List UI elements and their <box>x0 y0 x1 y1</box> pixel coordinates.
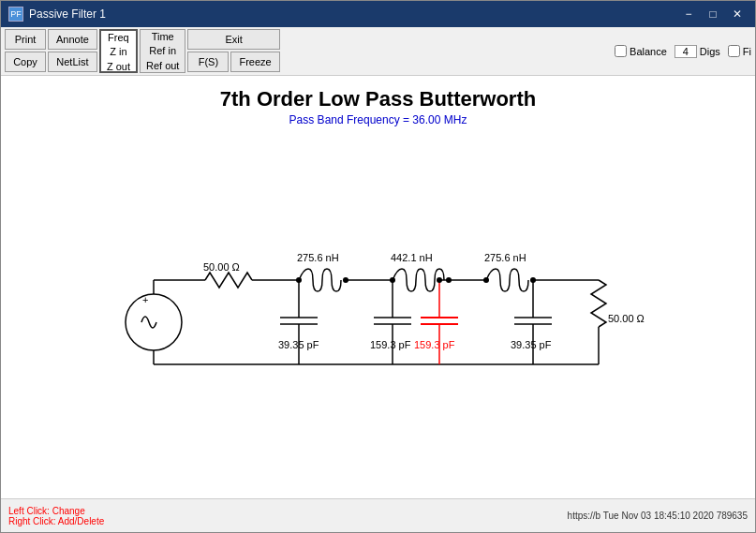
minimize-button[interactable]: − <box>678 6 699 22</box>
toolbar-right: Balance Digs Fi <box>615 29 751 73</box>
toolbar: Print Copy Annote NetList Freq Z in Z ou… <box>1 27 755 76</box>
c3-label: 159.3 pF <box>414 339 455 350</box>
freeze-button[interactable]: Freeze <box>230 52 279 72</box>
zin-label: Z in <box>101 45 136 59</box>
l1-label: 275.6 nH <box>297 252 339 263</box>
exit-group: Exit F(S) Freeze <box>187 29 279 73</box>
status-suffix: 789635 <box>717 511 748 521</box>
print-button[interactable]: Print <box>5 29 46 50</box>
circuit-diagram: + 50.00 Ω 275.6 nH 442.1 nH <box>1 126 755 498</box>
digs-group: Digs <box>674 45 720 58</box>
main-window: PF Passive Filter 1 − □ ✕ Print Copy Ann… <box>0 0 756 533</box>
close-button[interactable]: ✕ <box>727 6 748 22</box>
annote-button[interactable]: Annote <box>48 29 97 50</box>
copy-button[interactable]: Copy <box>5 52 46 72</box>
balance-checkbox[interactable] <box>615 45 627 57</box>
svg-point-15 <box>483 277 489 283</box>
svg-point-30 <box>437 277 442 283</box>
l3-label: 275.6 nH <box>484 252 526 263</box>
window-controls: − □ ✕ <box>678 6 748 22</box>
status-datetime: Tue Nov 03 18:45:10 2020 <box>603 511 714 521</box>
print-copy-group: Print Copy <box>5 29 46 73</box>
fi-label: Fi <box>743 46 751 57</box>
content-area: 7th Order Low Pass Butterworth Pass Band… <box>1 76 755 498</box>
fi-checkbox[interactable] <box>728 45 740 57</box>
refout-label: Ref out <box>141 59 185 73</box>
svg-text:+: + <box>142 294 148 305</box>
window-title: Passive Filter 1 <box>29 7 106 21</box>
c4-label: 39.35 pF <box>511 339 552 350</box>
zout-label: Z out <box>101 60 136 74</box>
fi-checkbox-label[interactable]: Fi <box>728 45 751 57</box>
app-icon: PF <box>8 7 23 22</box>
statusbar: Left Click: Change Right Click: Add/Dele… <box>1 498 755 532</box>
time-group[interactable]: Time Ref in Ref out <box>140 29 185 73</box>
exit-button[interactable]: Exit <box>187 29 279 50</box>
maximize-button[interactable]: □ <box>703 6 723 22</box>
time-label: Time <box>141 30 185 44</box>
load-resistance-label: 50.00 Ω <box>608 313 645 324</box>
status-right: https://b Tue Nov 03 18:45:10 2020 78963… <box>568 511 748 521</box>
svg-point-12 <box>343 277 348 283</box>
digs-input[interactable] <box>674 45 697 58</box>
digs-label: Digs <box>700 46 720 57</box>
balance-label: Balance <box>630 46 667 57</box>
left-click-status: Left Click: Change <box>8 506 104 516</box>
circuit-svg: + 50.00 Ω 275.6 nH 442.1 nH <box>79 191 678 435</box>
status-url: https://b <box>568 511 601 521</box>
fs-button[interactable]: F(S) <box>187 52 229 72</box>
balance-checkbox-label[interactable]: Balance <box>615 45 667 57</box>
source-resistance-label: 50.00 Ω <box>203 261 240 273</box>
c2-label: 159.3 pF <box>370 339 411 350</box>
right-click-status: Right Click: Add/Delete <box>8 516 104 526</box>
l2-label: 442.1 nH <box>391 252 433 263</box>
app-icon-text: PF <box>10 9 22 19</box>
filter-title: 7th Order Low Pass Butterworth <box>220 87 536 111</box>
annote-netlist-group: Annote NetList <box>48 29 97 73</box>
status-left: Left Click: Change Right Click: Add/Dele… <box>8 506 104 526</box>
netlist-button[interactable]: NetList <box>48 52 97 72</box>
filter-subtitle: Pass Band Frequency = 36.00 MHz <box>289 113 467 126</box>
refin-label: Ref in <box>141 44 185 58</box>
c1-label: 39.35 pF <box>278 339 319 350</box>
titlebar-left: PF Passive Filter 1 <box>8 7 106 22</box>
titlebar: PF Passive Filter 1 − □ ✕ <box>1 1 755 27</box>
freq-group[interactable]: Freq Z in Z out <box>99 29 138 73</box>
svg-point-0 <box>126 294 182 350</box>
freq-label: Freq <box>101 31 136 45</box>
